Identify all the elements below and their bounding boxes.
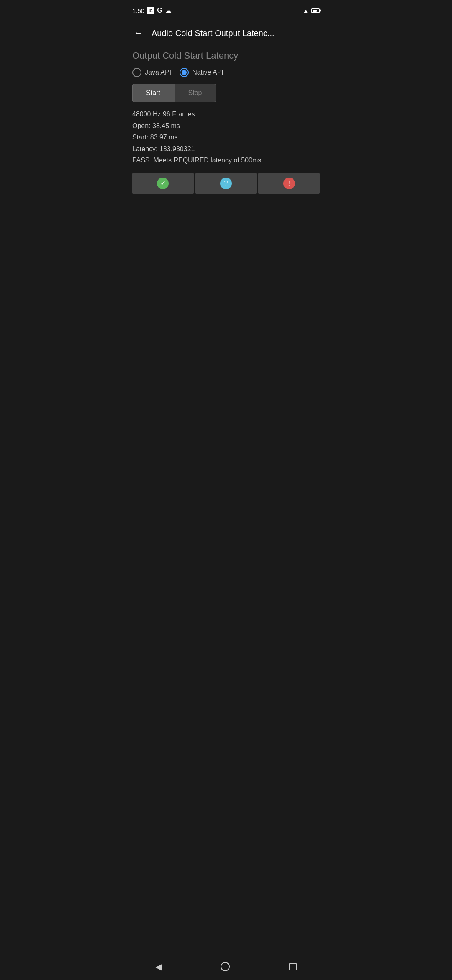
cloud-icon: ☁ bbox=[165, 7, 172, 15]
radio-native-api[interactable]: Native API bbox=[180, 68, 223, 77]
start-button[interactable]: Start bbox=[132, 84, 174, 102]
toolbar: ← Audio Cold Start Output Latenc... bbox=[126, 21, 326, 45]
calendar-icon: 31 bbox=[147, 7, 154, 14]
status-bar: 1:50 31 G ☁ ▲ bbox=[126, 0, 326, 21]
clock: 1:50 bbox=[132, 7, 144, 14]
result-hz-frames: 48000 Hz 96 Frames bbox=[132, 109, 320, 120]
api-radio-group: Java API Native API bbox=[132, 68, 320, 77]
pass-icon: ✓ bbox=[157, 178, 169, 189]
radio-java-outer bbox=[132, 68, 141, 77]
radio-native-inner bbox=[182, 70, 187, 75]
info-question: ? bbox=[224, 180, 228, 187]
battery-icon bbox=[311, 8, 320, 13]
nav-home-button[interactable] bbox=[212, 959, 238, 975]
google-icon: G bbox=[157, 7, 162, 14]
radio-java-label: Java API bbox=[145, 69, 171, 76]
pass-status-button[interactable]: ✓ bbox=[132, 173, 194, 194]
status-bar-right: ▲ bbox=[303, 7, 320, 14]
action-button-row: Start Stop bbox=[132, 84, 320, 102]
nav-bar: ◀ bbox=[126, 953, 326, 980]
fail-exclaim: ! bbox=[288, 180, 290, 187]
back-button[interactable]: ← bbox=[132, 26, 145, 40]
nav-back-icon: ◀ bbox=[155, 962, 162, 971]
info-status-button[interactable]: ? bbox=[195, 173, 257, 194]
page-title: Audio Cold Start Output Latenc... bbox=[152, 28, 275, 38]
radio-native-outer bbox=[180, 68, 189, 77]
radio-java-api[interactable]: Java API bbox=[132, 68, 171, 77]
section-title: Output Cold Start Latency bbox=[132, 50, 320, 61]
fail-status-button[interactable]: ! bbox=[258, 173, 320, 194]
result-start: Start: 83.97 ms bbox=[132, 132, 320, 143]
nav-home-icon bbox=[221, 962, 230, 971]
info-icon: ? bbox=[220, 178, 232, 189]
results-area: 48000 Hz 96 Frames Open: 38.45 ms Start:… bbox=[132, 109, 320, 166]
nav-recent-icon bbox=[289, 963, 297, 970]
result-latency: Latency: 133.930321 bbox=[132, 144, 320, 155]
wifi-icon: ▲ bbox=[303, 7, 309, 14]
fail-icon: ! bbox=[283, 178, 295, 189]
stop-button[interactable]: Stop bbox=[174, 84, 216, 102]
content-area: Output Cold Start Latency Java API Nativ… bbox=[126, 45, 326, 953]
result-pass: PASS. Meets REQUIRED latency of 500ms bbox=[132, 155, 320, 166]
nav-recent-button[interactable] bbox=[281, 959, 305, 974]
nav-back-button[interactable]: ◀ bbox=[147, 958, 170, 975]
pass-checkmark: ✓ bbox=[160, 179, 166, 187]
radio-native-label: Native API bbox=[192, 69, 223, 76]
result-open: Open: 38.45 ms bbox=[132, 121, 320, 132]
status-button-row: ✓ ? ! bbox=[132, 173, 320, 194]
status-bar-left: 1:50 31 G ☁ bbox=[132, 7, 172, 15]
